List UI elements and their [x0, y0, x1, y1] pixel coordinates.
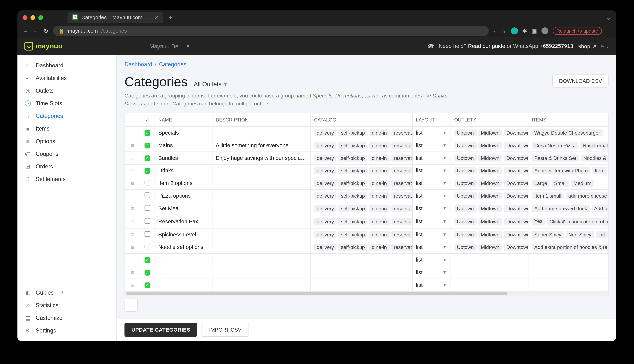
- desc-cell[interactable]: [212, 214, 310, 228]
- row-check[interactable]: ✓: [140, 164, 154, 177]
- desc-cell[interactable]: [212, 164, 310, 177]
- layout-cell[interactable]: list▼: [412, 253, 450, 266]
- items-cell[interactable]: Add home brewed drinkAdd b: [528, 202, 608, 214]
- catalog-cell[interactable]: [310, 278, 412, 291]
- outlet-tag[interactable]: Downtown: [504, 244, 528, 250]
- layout-cell[interactable]: list▼: [412, 278, 450, 291]
- name-cell[interactable]: [154, 253, 212, 266]
- catalog-tag[interactable]: reservation: [391, 154, 412, 161]
- name-cell[interactable]: Spiciness Level: [154, 228, 212, 241]
- items-cell[interactable]: Cosa Nostra PizzaNasi Lemak: [528, 139, 608, 152]
- desc-cell[interactable]: [212, 228, 310, 241]
- item-tag[interactable]: Another Item with Photo: [532, 167, 590, 174]
- catalog-cell[interactable]: deliveryself-pickupdine-inreservation: [310, 177, 412, 189]
- items-cell[interactable]: Another Item with PhotoItem: [528, 164, 608, 177]
- item-tag[interactable]: Add extra portion of noodles & te: [532, 244, 608, 250]
- items-cell[interactable]: [528, 253, 608, 266]
- desc-cell[interactable]: [212, 189, 310, 202]
- drag-handle[interactable]: ≡: [125, 189, 140, 202]
- sidebar-item-settlements[interactable]: $Settlements: [18, 173, 116, 186]
- items-cell[interactable]: Pasta & Drinks SetNoodles &: [528, 152, 608, 164]
- sidebar-item-items[interactable]: ▣Items: [18, 122, 116, 135]
- outlet-tag[interactable]: Uptown: [454, 154, 476, 161]
- row-check[interactable]: ✓: [140, 278, 154, 291]
- row-check[interactable]: [140, 177, 154, 189]
- close-window-icon[interactable]: [22, 15, 28, 20]
- items-cell[interactable]: YesClick ⊕ to indicate no. of a: [528, 214, 608, 228]
- catalog-tag[interactable]: dine-in: [369, 192, 390, 199]
- desc-cell[interactable]: A little something for everyone: [212, 139, 310, 152]
- item-tag[interactable]: Add home brewed drink: [532, 205, 590, 212]
- catalog-tag[interactable]: reservation: [391, 142, 412, 149]
- item-tag[interactable]: Noodles &: [581, 154, 608, 161]
- forward-icon[interactable]: →: [32, 28, 39, 34]
- relaunch-button[interactable]: Relaunch to update: [552, 27, 602, 35]
- row-check[interactable]: ✓: [140, 253, 154, 266]
- new-tab-button[interactable]: +: [168, 14, 172, 21]
- outlet-tag[interactable]: Midtown: [478, 154, 502, 161]
- download-csv-button[interactable]: DOWNLOAD CSV: [552, 74, 608, 88]
- drag-handle[interactable]: ≡: [125, 228, 140, 241]
- catalog-tag[interactable]: reservation: [391, 129, 412, 136]
- outlet-tag[interactable]: Uptown: [454, 231, 476, 238]
- outlet-tag[interactable]: Uptown: [454, 167, 476, 174]
- items-cell[interactable]: [528, 278, 608, 291]
- row-check[interactable]: ✓: [140, 126, 154, 139]
- catalog-tag[interactable]: delivery: [314, 231, 336, 238]
- outlet-tag[interactable]: Midtown: [478, 129, 502, 136]
- outlets-cell[interactable]: [450, 253, 528, 266]
- outlets-cell[interactable]: UptownMidtownDowntown: [450, 126, 528, 139]
- sidebar-item-options[interactable]: ≡Options: [18, 135, 116, 148]
- maximize-window-icon[interactable]: [38, 15, 43, 20]
- row-check[interactable]: [140, 228, 154, 241]
- outlets-cell[interactable]: [450, 266, 528, 278]
- name-cell[interactable]: Noodle set options: [154, 241, 212, 253]
- layout-cell[interactable]: list▼: [412, 214, 450, 228]
- breadcrumb-root[interactable]: Dashboard: [124, 61, 152, 68]
- items-cell[interactable]: [528, 266, 608, 278]
- item-tag[interactable]: Large: [532, 180, 550, 186]
- back-icon[interactable]: ←: [22, 28, 29, 34]
- catalog-tag[interactable]: dine-in: [369, 142, 390, 149]
- desc-cell[interactable]: [212, 278, 310, 291]
- drag-handle[interactable]: ≡: [125, 253, 140, 266]
- catalog-tag[interactable]: dine-in: [369, 205, 390, 212]
- sidebar-item-guides[interactable]: ◐Guides↗: [18, 286, 116, 299]
- sidebar-item-availabilities[interactable]: ✓Availabilities: [18, 72, 116, 84]
- reload-icon[interactable]: ↻: [42, 28, 50, 34]
- catalog-tag[interactable]: self-pickup: [338, 231, 368, 238]
- outlet-tag[interactable]: Uptown: [454, 205, 476, 212]
- catalog-cell[interactable]: deliveryself-pickupdine-inreservation: [310, 228, 412, 241]
- outlet-tag[interactable]: Downtown: [504, 167, 528, 174]
- catalog-cell[interactable]: [310, 266, 412, 278]
- item-tag[interactable]: Medium: [571, 180, 594, 186]
- sidebar-item-coupons[interactable]: 🏷Coupons: [18, 148, 116, 160]
- catalog-tag[interactable]: dine-in: [369, 167, 390, 174]
- item-tag[interactable]: add more cheese: [566, 192, 608, 199]
- name-cell[interactable]: Drinks: [154, 164, 212, 177]
- close-tab-icon[interactable]: ✕: [154, 14, 159, 20]
- outlet-tag[interactable]: Uptown: [454, 142, 476, 149]
- item-tag[interactable]: Litt: [596, 231, 608, 238]
- outlet-tag[interactable]: Midtown: [478, 142, 502, 149]
- outlet-tag[interactable]: Uptown: [454, 129, 476, 136]
- outlet-tag[interactable]: Downtown: [504, 142, 528, 149]
- row-check[interactable]: [140, 202, 154, 214]
- outlet-tag[interactable]: Uptown: [454, 244, 476, 250]
- drag-handle[interactable]: ≡: [125, 126, 140, 139]
- desc-cell[interactable]: [212, 126, 310, 139]
- catalog-tag[interactable]: delivery: [314, 192, 336, 199]
- avatar-icon[interactable]: [541, 28, 548, 34]
- breadcrumb-current[interactable]: Categories: [159, 61, 186, 68]
- catalog-tag[interactable]: delivery: [314, 180, 336, 186]
- outlets-cell[interactable]: UptownMidtownDowntown: [450, 228, 528, 241]
- outlets-cell[interactable]: UptownMidtownDowntown: [450, 241, 528, 253]
- outlet-tag[interactable]: Uptown: [454, 192, 476, 199]
- outlets-cell[interactable]: [450, 278, 528, 291]
- item-tag[interactable]: Yes: [532, 218, 545, 225]
- catalog-tag[interactable]: delivery: [314, 129, 336, 136]
- share-icon[interactable]: ⇪: [492, 28, 497, 34]
- outlet-tag[interactable]: Downtown: [504, 180, 528, 186]
- item-tag[interactable]: Pasta & Drinks Set: [532, 154, 579, 161]
- catalog-cell[interactable]: deliveryself-pickupdine-inreservation: [310, 126, 412, 139]
